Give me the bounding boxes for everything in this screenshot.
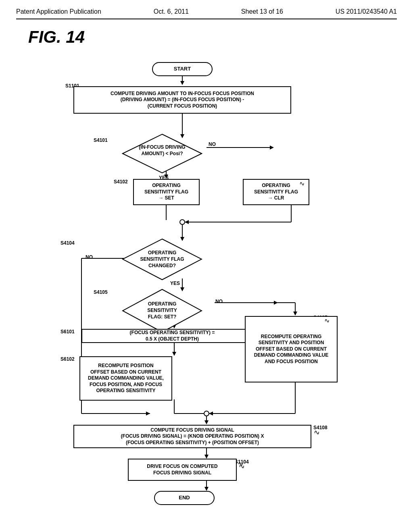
s1101-block: COMPUTE DRIVING AMOUNT TO IN-FOCUS FOCUS… bbox=[73, 86, 291, 114]
svg-text:SENSITIVITY: SENSITIVITY bbox=[147, 308, 177, 313]
s6102-text: RECOMPUTE POSITION OFFSET BASED ON CURRE… bbox=[88, 363, 164, 394]
svg-marker-33 bbox=[204, 455, 209, 459]
svg-text:(IN-FOCUS DRIVING: (IN-FOCUS DRIVING bbox=[139, 144, 185, 150]
svg-point-9 bbox=[180, 220, 185, 224]
svg-marker-1 bbox=[180, 81, 184, 85]
s4107-block: RECOMPUTE OPERATING SENSITIVITY AND POSI… bbox=[245, 316, 338, 382]
header-publication: Patent Application Publication bbox=[16, 8, 101, 15]
s4102-label: S4102 bbox=[114, 179, 128, 185]
s4104-label: S4104 bbox=[60, 240, 75, 246]
svg-marker-29 bbox=[209, 411, 213, 416]
s4104-yes-label: YES bbox=[170, 281, 180, 286]
svg-marker-21 bbox=[274, 301, 278, 305]
header-patent: US 2011/0243540 A1 bbox=[336, 8, 397, 15]
s4105-no-label: NO bbox=[215, 299, 223, 304]
flowchart: START S1101 COMPUTE DRIVING AMOUNT TO IN… bbox=[33, 55, 380, 514]
svg-marker-35 bbox=[204, 487, 209, 491]
start-node: START bbox=[152, 62, 213, 76]
s4105-label: S4105 bbox=[94, 289, 108, 295]
s4101-diamond: (IN-FOCUS DRIVING AMOUNT) < Posi? bbox=[122, 133, 202, 174]
svg-text:SENSITIVITY FLAG: SENSITIVITY FLAG bbox=[140, 256, 184, 262]
s6102-block: RECOMPUTE POSITION OFFSET BASED ON CURRE… bbox=[79, 356, 172, 401]
s6101-label: S6101 bbox=[60, 329, 75, 335]
svg-marker-31 bbox=[204, 420, 209, 424]
s4104-no-label: NO bbox=[86, 254, 93, 260]
s6102-label: S6102 bbox=[60, 356, 75, 362]
s4102-block: OPERATING SENSITIVITY FLAG → SET bbox=[133, 179, 200, 205]
svg-text:OPERATING: OPERATING bbox=[148, 301, 176, 307]
s6101-text: (FOCUS OPERATING SENSITIVITY) = 0.5 X (O… bbox=[130, 330, 215, 342]
page-header: Patent Application Publication Oct. 6, 2… bbox=[16, 8, 397, 19]
s1101-text: COMPUTE DRIVING AMOUNT TO IN-FOCUS FOCUS… bbox=[111, 91, 254, 110]
svg-text:AMOUNT) < Posi?: AMOUNT) < Posi? bbox=[141, 151, 183, 156]
s4102-text: OPERATING SENSITIVITY FLAG → SET bbox=[144, 183, 188, 202]
page: Patent Application Publication Oct. 6, 2… bbox=[0, 0, 413, 532]
header-sheet: Sheet 13 of 16 bbox=[241, 8, 283, 15]
svg-marker-38 bbox=[146, 411, 150, 416]
s4105-diamond: OPERATING SENSITIVITY FLAG: SET? bbox=[122, 289, 202, 333]
svg-marker-41 bbox=[293, 312, 297, 316]
s4101-no-label: NO bbox=[209, 141, 216, 147]
svg-marker-23 bbox=[172, 352, 176, 356]
s4107-text: RECOMPUTE OPERATING SENSITIVITY AND POSI… bbox=[254, 334, 328, 365]
svg-marker-12 bbox=[185, 220, 189, 224]
s1104-text: DRIVE FOCUS ON COMPUTED FOCUS DRIVING SI… bbox=[147, 463, 217, 476]
svg-point-24 bbox=[204, 411, 209, 416]
s6101-block: (FOCUS OPERATING SENSITIVITY) = 0.5 X (O… bbox=[81, 329, 263, 343]
end-node: END bbox=[154, 491, 215, 505]
svg-marker-7 bbox=[270, 145, 274, 150]
s4101-label: S4101 bbox=[94, 137, 108, 143]
svg-text:OPERATING: OPERATING bbox=[148, 250, 176, 256]
s4108-text: COMPUTE FOCUS DRIVING SIGNAL (FOCUS DRIV… bbox=[121, 427, 264, 446]
svg-text:CHANGED?: CHANGED? bbox=[148, 263, 176, 268]
s1104-block: DRIVE FOCUS ON COMPUTED FOCUS DRIVING SI… bbox=[128, 459, 237, 481]
svg-text:FLAG: SET?: FLAG: SET? bbox=[148, 314, 177, 320]
header-date: Oct. 6, 2011 bbox=[154, 8, 189, 15]
figure-title: FIG. 14 bbox=[28, 27, 397, 47]
s4104-diamond: OPERATING SENSITIVITY FLAG CHANGED? bbox=[122, 238, 202, 281]
s4108-block: COMPUTE FOCUS DRIVING SIGNAL (FOCUS DRIV… bbox=[73, 425, 311, 448]
s4103-text: OPERATING SENSITIVITY FLAG → CLR bbox=[254, 183, 298, 202]
